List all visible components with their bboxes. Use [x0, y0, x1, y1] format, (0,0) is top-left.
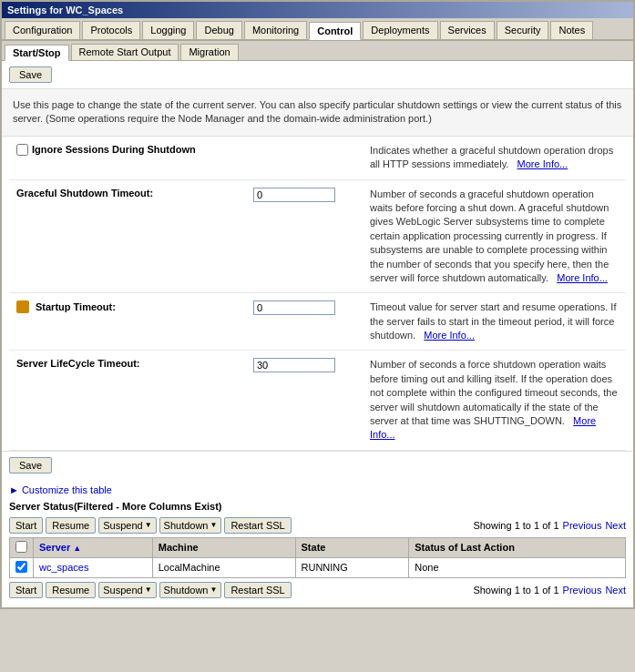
startup-timeout-desc: Timeout value for server start and resum… — [363, 300, 619, 342]
table-row: wc_spaces LocalMachine RUNNING None — [10, 557, 626, 577]
sub-tab-bar: Start/Stop Remote Start Output Migration — [2, 41, 633, 61]
info-box: Use this page to change the state of the… — [2, 89, 633, 137]
select-all-checkbox[interactable] — [15, 541, 27, 553]
top-next-link[interactable]: Next — [605, 520, 626, 531]
customize-arrow-icon: ► — [9, 484, 19, 495]
bottom-toolbar: Save — [2, 451, 633, 479]
shutdown-dropdown-top[interactable]: Shutdown ▼ — [159, 517, 222, 534]
restart-ssl-button-bottom[interactable]: Restart SSL — [224, 582, 291, 598]
server-status-table: Server ▲ Machine State Status of Last Ac… — [9, 537, 626, 578]
startup-timeout-more-info[interactable]: More Info... — [424, 330, 475, 341]
bottom-previous-link[interactable]: Previous — [563, 585, 602, 596]
col-header-state: State — [295, 537, 409, 557]
lifecycle-timeout-input[interactable] — [253, 358, 335, 372]
status-table-title: Server Status(Filtered - More Columns Ex… — [9, 501, 626, 512]
resume-button-top[interactable]: Resume — [46, 517, 96, 534]
startup-timeout-input-area — [253, 300, 363, 315]
ignore-sessions-checkbox[interactable] — [16, 144, 28, 156]
suspend-caret-bottom-icon: ▼ — [145, 585, 152, 594]
ignore-sessions-label: Ignore Sessions During Shutdown — [16, 144, 253, 156]
top-previous-link[interactable]: Previous — [563, 520, 602, 531]
server-icon — [16, 300, 29, 313]
lifecycle-timeout-row: Server LifeCycle Timeout: Number of seco… — [9, 351, 626, 450]
graceful-timeout-more-info[interactable]: More Info... — [557, 272, 608, 283]
graceful-timeout-desc: Number of seconds a graceful shutdown op… — [363, 188, 619, 286]
lifecycle-timeout-label: Server LifeCycle Timeout: — [16, 358, 253, 369]
tab-monitoring[interactable]: Monitoring — [244, 21, 307, 39]
server-link[interactable]: wc_spaces — [39, 562, 88, 573]
row-server-cell: wc_spaces — [34, 557, 153, 577]
save-button-bottom[interactable]: Save — [9, 457, 52, 473]
tab-protocols[interactable]: Protocols — [82, 21, 140, 39]
top-action-buttons: Start Resume Suspend ▼ Shutdown ▼ Restar… — [9, 517, 292, 534]
bottom-showing: Showing 1 to 1 of 1 — [473, 585, 558, 596]
col-header-machine: Machine — [152, 537, 295, 557]
suspend-dropdown-bottom[interactable]: Suspend ▼ — [98, 582, 156, 598]
main-content: Save Use this page to change the state o… — [2, 61, 633, 607]
graceful-timeout-label: Graceful Shutdown Timeout: — [16, 188, 253, 199]
row-machine-cell: LocalMachine — [152, 557, 295, 577]
ignore-sessions-desc: Indicates whether a graceful shutdown op… — [363, 144, 619, 172]
bottom-next-link[interactable]: Next — [605, 585, 626, 596]
row-state-cell: RUNNING — [295, 557, 409, 577]
startup-timeout-label: Startup Timeout: — [16, 300, 253, 313]
lifecycle-timeout-desc: Number of seconds a force shutdown opera… — [363, 358, 619, 442]
window-title: Settings for WC_Spaces — [7, 5, 123, 15]
row-check-cell — [10, 557, 34, 577]
info-text: Use this page to change the state of the… — [13, 99, 621, 124]
tab-security[interactable]: Security — [497, 21, 549, 39]
customize-link[interactable]: ► Customize this table — [9, 484, 626, 495]
top-toolbar: Save — [2, 61, 633, 89]
bottom-action-buttons: Start Resume Suspend ▼ Shutdown ▼ Restar… — [9, 582, 292, 598]
suspend-dropdown-top[interactable]: Suspend ▼ — [98, 517, 156, 534]
row-checkbox[interactable] — [15, 561, 27, 573]
graceful-timeout-row: Graceful Shutdown Timeout: Number of sec… — [9, 180, 626, 294]
top-paging: Showing 1 to 1 of 1 Previous Next — [473, 520, 626, 531]
ignore-sessions-row: Ignore Sessions During Shutdown Indicate… — [9, 137, 626, 180]
save-button-top[interactable]: Save — [9, 66, 52, 83]
col-header-status: Status of Last Action — [409, 537, 626, 557]
settings-area: Ignore Sessions During Shutdown Indicate… — [2, 137, 633, 451]
sub-tab-remote-start-output[interactable]: Remote Start Output — [71, 44, 179, 60]
suspend-caret-icon: ▼ — [145, 521, 152, 529]
restart-ssl-button-top[interactable]: Restart SSL — [224, 517, 291, 534]
tab-deployments[interactable]: Deployments — [363, 21, 437, 39]
lifecycle-timeout-input-area — [253, 358, 363, 372]
graceful-timeout-input[interactable] — [253, 188, 335, 202]
customize-label: Customize this table — [22, 484, 112, 495]
main-window: Settings for WC_Spaces Configuration Pro… — [0, 0, 635, 609]
status-section: ► Customize this table Server Status(Fil… — [2, 479, 633, 607]
table-header-row: Server ▲ Machine State Status of Last Ac… — [10, 537, 626, 557]
col-header-check — [10, 537, 34, 557]
ignore-sessions-more-info[interactable]: More Info... — [517, 158, 568, 169]
tab-debug[interactable]: Debug — [196, 21, 241, 39]
sub-tab-start-stop[interactable]: Start/Stop — [5, 45, 69, 61]
tab-notes[interactable]: Notes — [550, 21, 593, 39]
tab-configuration[interactable]: Configuration — [5, 21, 80, 39]
startup-timeout-input[interactable] — [253, 300, 335, 315]
title-bar: Settings for WC_Spaces — [2, 2, 633, 18]
sort-arrow-icon: ▲ — [73, 544, 81, 553]
shutdown-dropdown-bottom[interactable]: Shutdown ▼ — [159, 582, 222, 598]
main-tab-bar: Configuration Protocols Logging Debug Mo… — [2, 18, 633, 41]
start-button-bottom[interactable]: Start — [9, 582, 43, 598]
sub-tab-migration[interactable]: Migration — [180, 44, 238, 60]
shutdown-caret-icon: ▼ — [210, 521, 218, 529]
col-header-server[interactable]: Server ▲ — [34, 537, 153, 557]
start-button-top[interactable]: Start — [9, 517, 43, 534]
tab-logging[interactable]: Logging — [142, 21, 194, 39]
startup-timeout-row: Startup Timeout: Timeout value for serve… — [9, 293, 626, 351]
tab-services[interactable]: Services — [440, 21, 495, 39]
bottom-paging: Showing 1 to 1 of 1 Previous Next — [473, 585, 626, 596]
top-action-bar: Start Resume Suspend ▼ Shutdown ▼ Restar… — [9, 517, 626, 534]
graceful-timeout-input-area — [253, 188, 363, 202]
bottom-action-bar: Start Resume Suspend ▼ Shutdown ▼ Restar… — [9, 582, 626, 598]
tab-control[interactable]: Control — [309, 22, 361, 40]
shutdown-caret-bottom-icon: ▼ — [210, 585, 218, 594]
resume-button-bottom[interactable]: Resume — [46, 582, 96, 598]
row-status-cell: None — [409, 557, 626, 577]
top-showing: Showing 1 to 1 of 1 — [473, 520, 558, 531]
